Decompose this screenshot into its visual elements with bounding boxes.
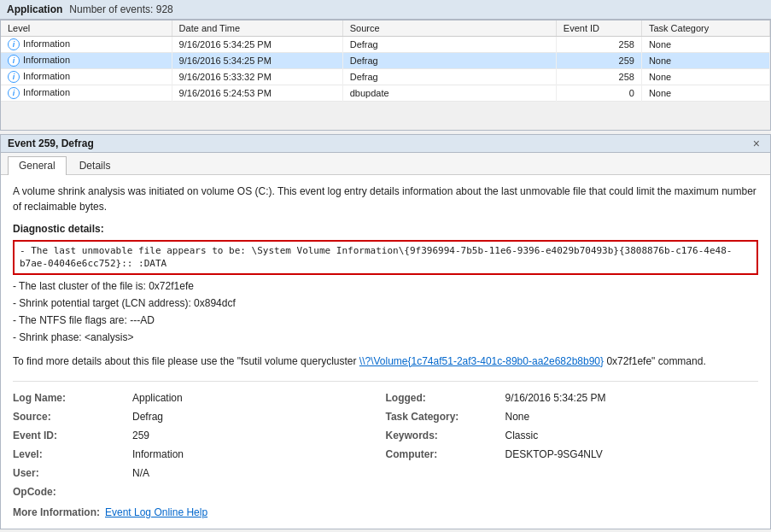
task-category-value: None: [505, 409, 759, 424]
info-icon: i: [8, 38, 20, 50]
computer-value: DESKTOP-9SG4NLV: [505, 447, 759, 462]
event-id-value: 259: [132, 428, 386, 443]
tab-details[interactable]: Details: [68, 156, 122, 174]
diagnostic-label: Diagnostic details:: [13, 221, 758, 237]
task-category-label: Task Category:: [386, 409, 505, 424]
logged-label: Logged:: [386, 390, 505, 406]
fsutil-prefix: To find more details about this file ple…: [13, 355, 359, 367]
detail-line: - Shrink potential target (LCN address):…: [13, 295, 758, 311]
cell-datetime: 9/16/2016 5:33:32 PM: [172, 69, 342, 85]
log-name-label: Log Name:: [13, 390, 132, 406]
close-button[interactable]: ×: [750, 137, 763, 149]
cell-source: Defrag: [342, 53, 556, 69]
description-text: A volume shrink analysis was initiated o…: [13, 184, 758, 214]
meta-section: Log Name: Application Logged: 9/16/2016 …: [13, 381, 758, 520]
table-row[interactable]: iInformation 9/16/2016 5:33:32 PM Defrag…: [1, 69, 770, 85]
table-row[interactable]: iInformation 9/16/2016 5:34:25 PM Defrag…: [1, 53, 770, 69]
detail-header: Event 259, Defrag ×: [1, 135, 770, 153]
cell-datetime: 9/16/2016 5:34:25 PM: [172, 37, 342, 53]
title-bar: Application Number of events: 928: [0, 0, 771, 20]
events-count: Number of events: 928: [69, 3, 172, 15]
path-line2: :DATA: [138, 258, 166, 269]
source-label: Source:: [13, 409, 132, 424]
user-value: N/A: [132, 465, 386, 481]
col-header-taskcategory: Task Category: [641, 20, 769, 37]
tabs-bar: General Details: [1, 153, 770, 175]
col-header-source: Source: [342, 20, 556, 37]
tab-general[interactable]: General: [8, 156, 67, 175]
fsutil-link[interactable]: \\?\Volume{1c74af51-2af3-401c-89b0-aa2e6…: [359, 355, 604, 367]
cell-source: Defrag: [342, 69, 556, 85]
cell-level: iInformation: [1, 37, 172, 53]
cell-category: None: [641, 37, 769, 53]
cell-source: dbupdate: [342, 85, 556, 102]
logged-value: 9/16/2016 5:34:25 PM: [505, 390, 759, 406]
cell-datetime: 9/16/2016 5:24:53 PM: [172, 85, 342, 102]
detail-line: - Shrink phase: <analysis>: [13, 330, 758, 345]
content-area: A volume shrink analysis was initiated o…: [1, 175, 770, 529]
info-icon: i: [8, 71, 20, 83]
info-icon: i: [8, 55, 20, 67]
event-table-container: Level Date and Time Source Event ID Task…: [0, 20, 771, 131]
path-line1: - The last unmovable file appears to be:…: [20, 245, 732, 269]
cell-eventid: 258: [556, 69, 641, 85]
fsutil-line: To find more details about this file ple…: [13, 354, 758, 369]
more-info-label: More Information:: [13, 505, 100, 520]
cell-category: None: [641, 53, 769, 69]
detail-panel: Event 259, Defrag × General Details A vo…: [0, 134, 771, 529]
col-header-level: Level: [1, 20, 172, 37]
detail-title: Event 259, Defrag: [8, 137, 94, 149]
detail-line: - The NTFS file flags are: ---AD: [13, 313, 758, 328]
user-label: User:: [13, 465, 132, 481]
level-label: Level:: [13, 447, 132, 462]
log-name-value: Application: [132, 390, 386, 406]
table-row[interactable]: iInformation 9/16/2016 5:24:53 PM dbupda…: [1, 85, 770, 102]
table-row[interactable]: iInformation 9/16/2016 5:34:25 PM Defrag…: [1, 37, 770, 53]
detail-line: - The last cluster of the file is: 0x72f…: [13, 278, 758, 294]
keywords-value: Classic: [505, 428, 759, 443]
cell-level: iInformation: [1, 85, 172, 102]
info-icon: i: [8, 87, 20, 99]
detail-lines: - The last cluster of the file is: 0x72f…: [13, 278, 758, 345]
cell-source: Defrag: [342, 37, 556, 53]
highlighted-path: - The last unmovable file appears to be:…: [13, 240, 758, 275]
col-header-datetime: Date and Time: [172, 20, 342, 37]
more-info-row: More Information: Event Log Online Help: [13, 505, 386, 520]
cell-datetime: 9/16/2016 5:34:25 PM: [172, 53, 342, 69]
cell-category: None: [641, 85, 769, 102]
event-id-label: Event ID:: [13, 428, 132, 443]
col-header-eventid: Event ID: [556, 20, 641, 37]
level-value: Information: [132, 447, 386, 462]
app-title: Application: [7, 3, 62, 15]
computer-label: Computer:: [386, 447, 505, 462]
source-value: Defrag: [132, 409, 386, 424]
cell-eventid: 258: [556, 37, 641, 53]
event-table: Level Date and Time Source Event ID Task…: [1, 20, 770, 102]
cell-category: None: [641, 69, 769, 85]
keywords-label: Keywords:: [386, 428, 505, 443]
cell-level: iInformation: [1, 69, 172, 85]
more-info-link[interactable]: Event Log Online Help: [105, 505, 207, 520]
opcode-value: [132, 484, 386, 500]
opcode-label: OpCode:: [13, 484, 132, 500]
fsutil-suffix: 0x72f1efe" command.: [604, 355, 706, 367]
cell-level: iInformation: [1, 53, 172, 69]
cell-eventid: 0: [556, 85, 641, 102]
cell-eventid: 259: [556, 53, 641, 69]
